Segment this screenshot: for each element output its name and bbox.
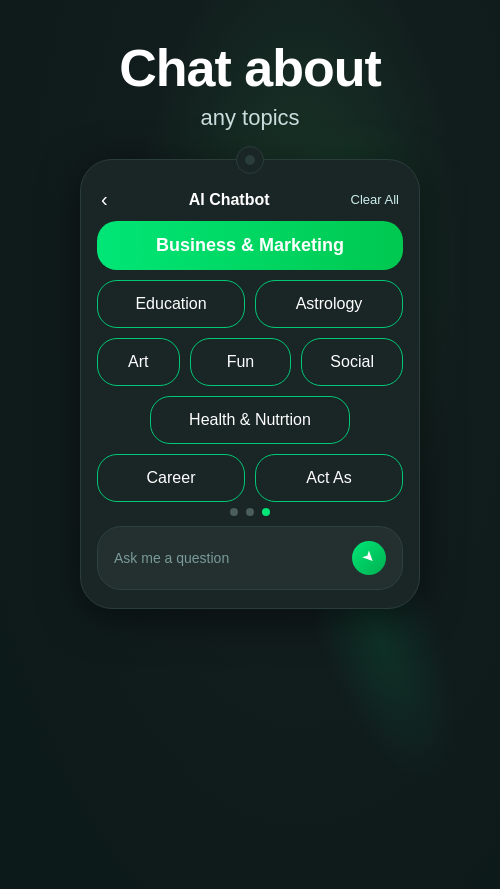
page-title: Chat about — [119, 40, 381, 97]
chips-container: Business & Marketing Education Astrology… — [81, 221, 419, 502]
chip-education[interactable]: Education — [97, 280, 245, 328]
send-button[interactable]: ➤ — [352, 541, 386, 575]
chip-fun[interactable]: Fun — [190, 338, 292, 386]
phone-frame: ‹ AI Chatbot Clear All Business & Market… — [80, 159, 420, 609]
phone-topbar: ‹ AI Chatbot Clear All — [81, 174, 419, 221]
chip-act-as[interactable]: Act As — [255, 454, 403, 502]
chips-row-1: Education Astrology — [97, 280, 403, 328]
page-subtitle: any topics — [200, 105, 299, 131]
back-button[interactable]: ‹ — [101, 188, 108, 211]
send-icon: ➤ — [358, 546, 380, 568]
clear-all-button[interactable]: Clear All — [351, 192, 399, 207]
chip-art[interactable]: Art — [97, 338, 180, 386]
chip-career[interactable]: Career — [97, 454, 245, 502]
input-placeholder: Ask me a question — [114, 550, 229, 566]
chip-astrology[interactable]: Astrology — [255, 280, 403, 328]
pagination-dots — [230, 508, 270, 516]
chat-input-area[interactable]: Ask me a question ➤ — [97, 526, 403, 590]
chip-social[interactable]: Social — [301, 338, 403, 386]
chip-health-nutrition[interactable]: Health & Nutrtion — [150, 396, 350, 444]
dot-1[interactable] — [230, 508, 238, 516]
phone-camera — [236, 146, 264, 174]
phone-title: AI Chatbot — [189, 191, 270, 209]
camera-dot — [245, 155, 255, 165]
chips-row-2: Art Fun Social — [97, 338, 403, 386]
chip-business-marketing[interactable]: Business & Marketing — [97, 221, 403, 270]
dot-2[interactable] — [246, 508, 254, 516]
dot-3-active[interactable] — [262, 508, 270, 516]
chips-row-4: Career Act As — [97, 454, 403, 502]
